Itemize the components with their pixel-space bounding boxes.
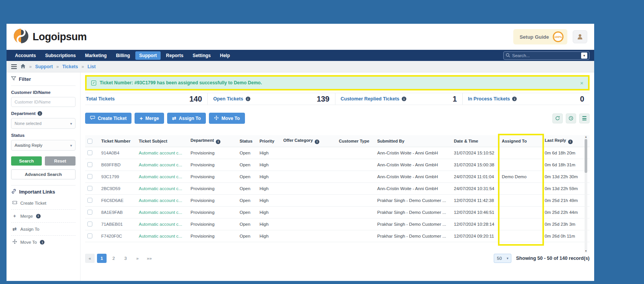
first-page-button[interactable]: « — [85, 254, 95, 263]
nav-item-marketing[interactable]: Marketing — [81, 51, 111, 60]
table-row[interactable]: 8A1E9FABAutomatic account c...Provisioni… — [85, 206, 590, 218]
cell-subject[interactable]: Automatic account c... — [136, 218, 188, 230]
setup-guide-button[interactable]: Setup Guide 100% — [513, 29, 567, 44]
column-header-customer-type[interactable]: Customer Type — [337, 135, 375, 147]
info-icon[interactable] — [216, 140, 220, 144]
scroll-down-icon[interactable]: ▼ — [585, 250, 587, 253]
cell-subject[interactable]: Automatic account c... — [136, 171, 188, 182]
column-header-offer-category[interactable]: Offer Category — [281, 135, 337, 147]
cell-subject[interactable]: Automatic account c... — [136, 230, 188, 242]
nav-item-support[interactable]: Support — [135, 51, 161, 60]
row-checkbox[interactable] — [87, 222, 92, 227]
cell-ticket-number[interactable]: F6C6D6AE — [99, 194, 136, 206]
column-header-assigned-to[interactable]: Assigned To — [499, 135, 542, 147]
info-icon[interactable] — [512, 97, 517, 101]
home-icon[interactable] — [20, 63, 26, 70]
table-row[interactable]: 914A0B4Automatic account c...Provisionin… — [85, 147, 590, 159]
column-header-last-reply[interactable]: Last Reply — [542, 135, 590, 147]
cell-ticket-number[interactable]: F7420F0C — [99, 230, 136, 242]
cell-ticket-number[interactable]: 8A1E9FAB — [99, 206, 136, 218]
page-button-3[interactable]: 3 — [121, 254, 130, 263]
info-icon[interactable] — [402, 97, 406, 101]
sidebar-link-assign-to[interactable]: ⇄ Assign To — [11, 223, 76, 236]
sidebar-link-move-to[interactable]: Move To — [11, 236, 76, 249]
history-button[interactable] — [566, 113, 576, 123]
per-page-select[interactable]: 50 ▾ — [494, 254, 511, 263]
info-icon[interactable] — [568, 140, 573, 144]
advanced-search-button[interactable]: Advanced Search — [11, 169, 76, 179]
column-header-date-time[interactable]: Date & Time — [452, 135, 499, 147]
column-header-ticket-subject[interactable]: Ticket Subject — [136, 135, 188, 147]
department-select[interactable]: None selected ▾ — [11, 118, 76, 129]
info-icon[interactable] — [38, 111, 42, 116]
create-ticket-button[interactable]: Create Ticket — [85, 113, 131, 124]
search-button[interactable]: Search — [11, 156, 42, 166]
scrollbar-thumb[interactable] — [585, 139, 587, 173]
table-row[interactable]: 2BC9D59Automatic account c...Provisionin… — [85, 182, 590, 194]
row-checkbox[interactable] — [87, 162, 92, 167]
cell-subject[interactable]: Automatic account c... — [136, 206, 188, 218]
page-button-1[interactable]: 1 — [97, 254, 107, 263]
cell-ticket-number[interactable]: 93C1799 — [99, 171, 136, 182]
cell-ticket-number[interactable]: B69FFBD — [99, 159, 136, 171]
table-row[interactable]: 93C1799Automatic account c...Provisionin… — [85, 171, 590, 182]
assign-to-button[interactable]: ⇄ Assign To — [167, 113, 206, 124]
status-select[interactable]: Awaiting Reply ▾ — [11, 140, 76, 151]
select-all-checkbox[interactable] — [87, 139, 92, 144]
list-view-button[interactable] — [579, 113, 590, 123]
scroll-up-icon[interactable]: ▲ — [585, 135, 587, 138]
column-header-ticket-number[interactable]: Ticket Number — [99, 135, 136, 147]
row-checkbox[interactable] — [87, 186, 92, 191]
column-header-status[interactable]: Status — [237, 135, 257, 147]
breadcrumb-list[interactable]: List — [87, 64, 95, 69]
row-checkbox[interactable] — [87, 198, 92, 203]
sidebar-link-merge[interactable]: + Merge — [11, 210, 76, 223]
table-row[interactable]: F6C6D6AEAutomatic account c...Provisioni… — [85, 194, 590, 206]
refresh-button[interactable] — [552, 113, 563, 123]
nav-item-subscriptions[interactable]: Subscriptions — [41, 51, 80, 60]
row-checkbox[interactable] — [87, 233, 92, 238]
page-button-2[interactable]: 2 — [109, 254, 118, 263]
last-page-button[interactable]: »» — [145, 254, 154, 263]
info-icon[interactable] — [246, 97, 250, 101]
sidebar-toggle-icon[interactable] — [11, 64, 17, 69]
info-icon[interactable] — [315, 140, 319, 144]
move-to-button[interactable]: Move To — [209, 113, 245, 124]
cell-subject[interactable]: Automatic account c... — [136, 194, 188, 206]
close-icon[interactable]: × — [580, 80, 583, 86]
cell-subject[interactable]: Automatic account c... — [136, 147, 188, 159]
sidebar-link-create-ticket[interactable]: Create Ticket — [11, 197, 76, 210]
column-header-submitted-by[interactable]: Submitted By — [375, 135, 452, 147]
row-checkbox[interactable] — [87, 210, 92, 215]
nav-item-billing[interactable]: Billing — [112, 51, 134, 60]
table-row[interactable]: F7420F0CAutomatic account c...Provisioni… — [85, 230, 590, 242]
merge-button[interactable]: + Merge — [135, 113, 164, 124]
breadcrumb-tickets[interactable]: Tickets — [62, 64, 78, 69]
nav-item-accounts[interactable]: Accounts — [11, 51, 40, 60]
table-row[interactable]: 71ABEB01Automatic account c...Provisioni… — [85, 218, 590, 230]
search-input[interactable] — [512, 53, 579, 58]
cell-subject[interactable]: Automatic account c... — [136, 159, 188, 171]
table-scrollbar[interactable]: ▲ ▼ — [585, 135, 587, 253]
breadcrumb-support[interactable]: Support — [35, 64, 53, 69]
cell-ticket-number[interactable]: 71ABEB01 — [99, 218, 136, 230]
nav-item-reports[interactable]: Reports — [162, 51, 187, 60]
row-checkbox[interactable] — [87, 174, 92, 179]
customer-id-input[interactable] — [11, 97, 76, 107]
row-checkbox[interactable] — [87, 150, 92, 155]
search-scope-dropdown[interactable]: ▾ — [581, 53, 587, 59]
nav-item-settings[interactable]: Settings — [189, 51, 214, 60]
user-avatar[interactable] — [573, 30, 587, 43]
next-page-button[interactable]: » — [133, 254, 142, 263]
cell-ticket-number[interactable]: 914A0B4 — [99, 147, 136, 159]
column-header-priority[interactable]: Priority — [257, 135, 281, 147]
nav-item-help[interactable]: Help — [216, 51, 234, 60]
info-icon[interactable] — [36, 214, 41, 218]
info-icon[interactable] — [40, 240, 44, 245]
cell-subject[interactable]: Automatic account c... — [136, 182, 188, 194]
table-row[interactable]: B69FFBDAutomatic account c...Provisionin… — [85, 159, 590, 171]
reset-button[interactable]: Reset — [45, 156, 76, 166]
column-header-department[interactable]: Department — [188, 135, 237, 147]
logo[interactable]: Logoipsum — [13, 28, 87, 45]
cell-ticket-number[interactable]: 2BC9D59 — [99, 182, 136, 194]
